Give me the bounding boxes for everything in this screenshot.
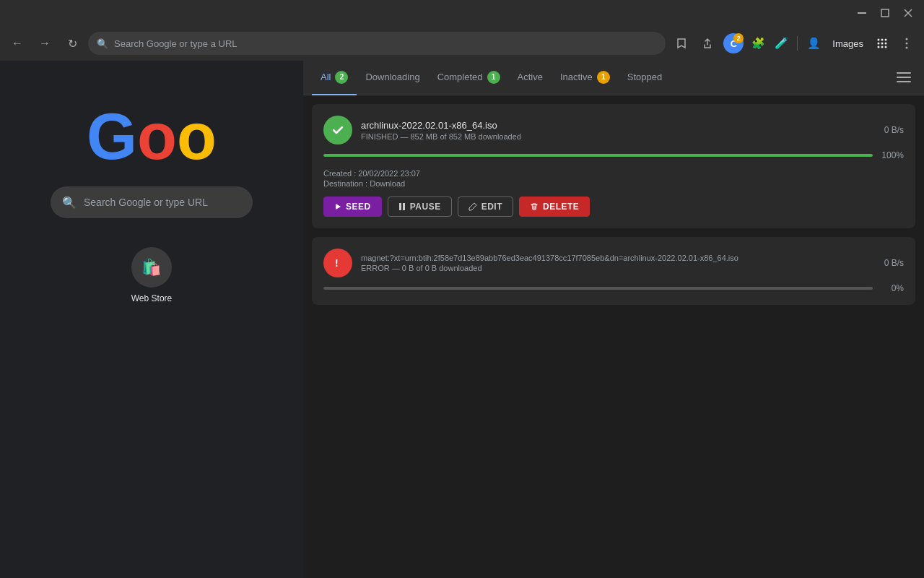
svg-text:!: ! <box>335 257 339 269</box>
svg-rect-17 <box>897 77 911 78</box>
svg-point-10 <box>878 46 880 48</box>
download-panel: All 2 Downloading Completed 1 Active Ina… <box>303 61 924 578</box>
tab-all[interactable]: All 2 <box>312 61 357 95</box>
new-tab-page: Goo 🔍 Search Google or type URL 🛍️ Web S… <box>0 61 303 578</box>
titlebar <box>0 0 924 26</box>
download-menu-icon[interactable] <box>892 66 915 90</box>
forward-button[interactable]: → <box>33 32 56 55</box>
dl-item-1-details: Created : 20/02/2022 23:07 Destination :… <box>323 169 904 188</box>
tab-inactive-badge: 1 <box>597 71 610 84</box>
minimize-button[interactable] <box>852 3 872 23</box>
svg-point-5 <box>881 39 884 41</box>
dl-item-2-header: ! magnet:?xt=urn:btih:2f58e7d13e89abb76e… <box>323 249 904 277</box>
dl-item-1-speed: 0 B/s <box>884 125 904 135</box>
tab-inactive-label: Inactive <box>560 72 593 82</box>
svg-point-7 <box>878 43 880 45</box>
search-icon: 🔍 <box>97 38 108 49</box>
svg-rect-1 <box>881 9 889 17</box>
svg-rect-18 <box>897 81 911 82</box>
seed-button[interactable]: SEED <box>323 197 382 217</box>
edit-button[interactable]: EDIT <box>458 197 513 217</box>
tab-downloading[interactable]: Downloading <box>357 61 428 95</box>
dl-item-2-progress-row: 0% <box>323 283 904 293</box>
tab-completed-label: Completed <box>437 72 483 82</box>
dl-item-2-filename: magnet:?xt=urn:btih:2f58e7d13e89abb76ed3… <box>361 254 876 262</box>
webstore-icon: 🛍️ <box>131 247 172 288</box>
images-link[interactable]: Images <box>827 35 869 52</box>
tab-inactive[interactable]: Inactive 1 <box>552 61 619 95</box>
tab-active[interactable]: Active <box>509 61 552 95</box>
svg-point-8 <box>881 43 884 45</box>
dl-item-1-destination: Destination : Download <box>323 179 904 188</box>
address-bar[interactable]: 🔍 Search Google or type a URL <box>88 32 666 55</box>
pause-button[interactable]: PAUSE <box>388 197 452 217</box>
dl-item-1-actions: SEED PAUSE EDIT DELETE <box>323 197 904 217</box>
download-tabs: All 2 Downloading Completed 1 Active Ina… <box>303 61 924 95</box>
waffle-icon[interactable] <box>872 33 892 53</box>
tab-stopped[interactable]: Stopped <box>619 61 671 95</box>
main-content: Goo 🔍 Search Google or type URL 🛍️ Web S… <box>0 61 924 578</box>
svg-rect-21 <box>403 203 405 210</box>
tab-all-badge: 2 <box>335 71 348 84</box>
delete-label: DELETE <box>543 202 579 212</box>
share-icon[interactable] <box>696 32 719 55</box>
dl-item-1-header: archlinux-2022.02.01-x86_64.iso FINISHED… <box>323 116 904 144</box>
browser-toolbar: ← → ↻ 🔍 Search Google or type a URL C 2 … <box>0 26 924 61</box>
svg-point-12 <box>885 46 887 48</box>
pause-label: PAUSE <box>410 202 441 212</box>
dl-item-1-progress-fill <box>323 154 873 157</box>
close-button[interactable] <box>898 3 918 23</box>
extension-badge-icon[interactable]: C 2 <box>722 32 745 55</box>
edit-label: EDIT <box>481 202 502 212</box>
svg-point-15 <box>906 47 908 49</box>
toolbar-right: C 2 🧩 🧪 👤 Images <box>670 32 918 55</box>
shortcuts-row: 🛍️ Web Store <box>131 247 172 303</box>
svg-point-13 <box>906 38 908 40</box>
svg-rect-16 <box>897 72 911 74</box>
tab-downloading-label: Downloading <box>365 72 419 82</box>
svg-rect-20 <box>399 203 401 210</box>
dl-item-1-created: Created : 20/02/2022 23:07 <box>323 169 904 178</box>
download-item-1: archlinux-2022.02.01-x86_64.iso FINISHED… <box>312 104 915 228</box>
dl-item-2-percent: 0% <box>879 283 904 293</box>
svg-point-11 <box>881 46 884 48</box>
dl-item-1-percent: 100% <box>879 150 904 160</box>
seed-label: SEED <box>346 202 371 212</box>
maximize-button[interactable] <box>875 3 895 23</box>
menu-button[interactable] <box>895 32 918 55</box>
webstore-label: Web Store <box>131 293 172 303</box>
dl-item-1-status-icon <box>323 116 352 144</box>
google-logo: Goo <box>87 104 217 169</box>
bookmark-icon[interactable] <box>670 32 693 55</box>
tab-active-label: Active <box>518 72 543 82</box>
address-text: Search Google or type a URL <box>114 38 237 49</box>
dl-item-1-progress-row: 100% <box>323 150 904 160</box>
reload-button[interactable]: ↻ <box>61 32 84 55</box>
search-box-icon: 🔍 <box>62 196 77 210</box>
tab-completed[interactable]: Completed 1 <box>429 61 509 95</box>
back-button[interactable]: ← <box>6 32 29 55</box>
dl-item-1-subtitle: FINISHED — 852 MB of 852 MB downloaded <box>361 132 876 141</box>
toolbar-divider <box>797 36 798 51</box>
flask-icon[interactable]: 🧪 <box>771 33 791 53</box>
dl-item-2-info: magnet:?xt=urn:btih:2f58e7d13e89abb76ed3… <box>361 254 876 272</box>
svg-rect-0 <box>858 12 866 14</box>
delete-button[interactable]: DELETE <box>519 197 590 217</box>
search-box-placeholder: Search Google or type URL <box>84 197 208 208</box>
svg-point-14 <box>906 43 908 45</box>
dl-item-2-speed: 0 B/s <box>884 258 904 268</box>
shortcut-webstore[interactable]: 🛍️ Web Store <box>131 247 172 303</box>
download-list: archlinux-2022.02.01-x86_64.iso FINISHED… <box>303 95 924 578</box>
profile-icon[interactable]: 👤 <box>803 33 824 53</box>
dl-item-2-subtitle: ERROR — 0 B of 0 B downloaded <box>361 264 876 272</box>
puzzle-icon[interactable]: 🧩 <box>748 33 768 53</box>
search-box[interactable]: 🔍 Search Google or type URL <box>51 186 253 218</box>
tab-all-label: All <box>321 72 331 82</box>
tab-stopped-label: Stopped <box>627 72 662 82</box>
dl-item-1-info: archlinux-2022.02.01-x86_64.iso FINISHED… <box>361 120 876 141</box>
svg-point-6 <box>885 39 887 41</box>
tab-completed-badge: 1 <box>487 71 500 84</box>
dl-item-1-filename: archlinux-2022.02.01-x86_64.iso <box>361 120 876 131</box>
dl-item-1-progress-bar <box>323 154 873 157</box>
download-item-2: ! magnet:?xt=urn:btih:2f58e7d13e89abb76e… <box>312 237 915 305</box>
